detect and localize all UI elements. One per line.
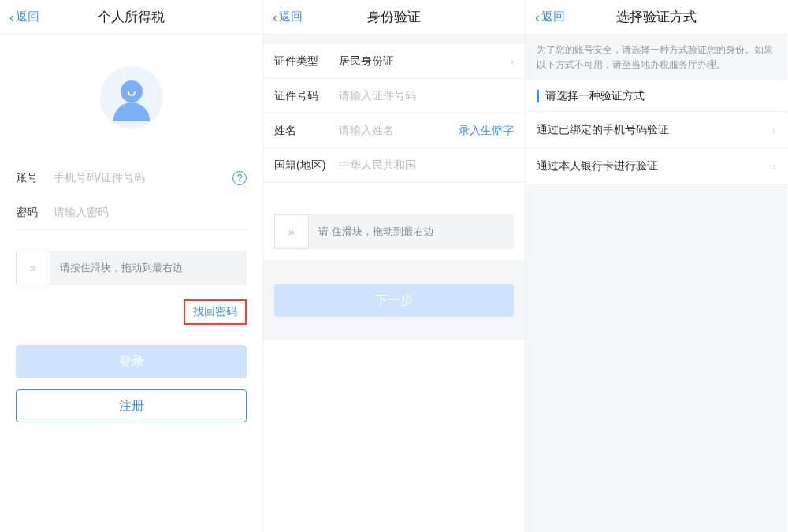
chevron-left-icon: ‹ bbox=[9, 10, 14, 24]
password-row[interactable]: 密码 请输入密码 bbox=[16, 195, 247, 230]
slider-handle[interactable]: » bbox=[274, 214, 309, 249]
doc-no-label: 证件号码 bbox=[274, 89, 339, 103]
topbar: ‹ 返回 选择验证方式 bbox=[526, 0, 787, 35]
register-button[interactable]: 注册 bbox=[16, 389, 247, 422]
captcha-slider[interactable]: » 请按住滑块，拖动到最右边 bbox=[16, 251, 247, 285]
screen-login: ‹ 返回 个人所得税 账号 手机号码/证件号码 ? 密码 请输入密码 » 请按住… bbox=[0, 0, 262, 532]
account-input[interactable]: 手机号码/证件号码 bbox=[54, 171, 232, 185]
avatar-wrap bbox=[16, 35, 247, 161]
topbar: ‹ 返回 身份验证 bbox=[263, 0, 525, 35]
section-title: 请选择一种验证方式 bbox=[545, 89, 645, 103]
name-input[interactable]: 请输入姓名 bbox=[339, 124, 459, 138]
topbar: ‹ 返回 个人所得税 bbox=[0, 0, 262, 35]
rare-char-link[interactable]: 录入生僻字 bbox=[459, 124, 514, 138]
password-label: 密码 bbox=[16, 206, 54, 220]
nation-value: 中华人民共和国 bbox=[339, 158, 514, 173]
help-icon[interactable]: ? bbox=[232, 171, 247, 185]
chevron-right-icon: › bbox=[510, 55, 514, 68]
back-button[interactable]: ‹ 返回 bbox=[9, 9, 39, 24]
back-button[interactable]: ‹ 返回 bbox=[273, 9, 303, 24]
back-label: 返回 bbox=[16, 9, 39, 24]
security-hint: 为了您的账号安全，请选择一种方式验证您的身份。如果以下方式不可用，请至当地办税服… bbox=[526, 35, 787, 80]
nation-row[interactable]: 国籍(地区) 中华人民共和国 bbox=[263, 148, 525, 183]
doc-type-label: 证件类型 bbox=[274, 54, 339, 69]
verify-by-bankcard[interactable]: 通过本人银行卡进行验证 › bbox=[526, 148, 787, 184]
screen-identity: ‹ 返回 身份验证 证件类型 居民身份证 › 证件号码 请输入证件号码 姓名 请… bbox=[262, 0, 525, 532]
chevron-left-icon: ‹ bbox=[535, 10, 540, 24]
back-button[interactable]: ‹ 返回 bbox=[535, 9, 565, 24]
section-header: 请选择一种验证方式 bbox=[526, 80, 787, 112]
slider-handle[interactable]: » bbox=[16, 251, 50, 285]
doc-no-row[interactable]: 证件号码 请输入证件号码 bbox=[263, 79, 525, 113]
password-input[interactable]: 请输入密码 bbox=[54, 206, 247, 220]
chevron-left-icon: ‹ bbox=[273, 10, 277, 24]
account-label: 账号 bbox=[16, 171, 54, 185]
doc-type-row[interactable]: 证件类型 居民身份证 › bbox=[263, 44, 525, 79]
name-row[interactable]: 姓名 请输入姓名 录入生僻字 bbox=[263, 113, 525, 148]
back-label: 返回 bbox=[279, 9, 303, 24]
account-row[interactable]: 账号 手机号码/证件号码 ? bbox=[16, 161, 247, 195]
slider-hint: 请 住滑块，拖动到最右边 bbox=[309, 225, 514, 239]
nation-label: 国籍(地区) bbox=[274, 158, 339, 173]
doc-type-value: 居民身份证 bbox=[339, 54, 505, 69]
section-bar-icon bbox=[537, 90, 539, 102]
captcha-slider[interactable]: » 请 住滑块，拖动到最右边 bbox=[274, 214, 514, 249]
verify-by-phone[interactable]: 通过已绑定的手机号码验证 › bbox=[526, 112, 787, 148]
back-label: 返回 bbox=[541, 9, 565, 24]
chevron-right-icon: › bbox=[772, 124, 776, 136]
slider-hint: 请按住滑块，拖动到最右边 bbox=[50, 261, 247, 275]
screen-verify-method: ‹ 返回 选择验证方式 为了您的账号安全，请选择一种方式验证您的身份。如果以下方… bbox=[525, 0, 787, 532]
name-label: 姓名 bbox=[274, 124, 339, 138]
login-button[interactable]: 登录 bbox=[16, 345, 247, 378]
avatar-icon bbox=[100, 66, 163, 129]
option-label: 通过本人银行卡进行验证 bbox=[537, 159, 772, 173]
next-button[interactable]: 下一步 bbox=[274, 284, 514, 317]
doc-no-input[interactable]: 请输入证件号码 bbox=[339, 89, 514, 103]
option-label: 通过已绑定的手机号码验证 bbox=[537, 123, 772, 137]
chevron-right-icon: › bbox=[772, 160, 776, 173]
forgot-password-link[interactable]: 找回密码 bbox=[184, 299, 247, 325]
